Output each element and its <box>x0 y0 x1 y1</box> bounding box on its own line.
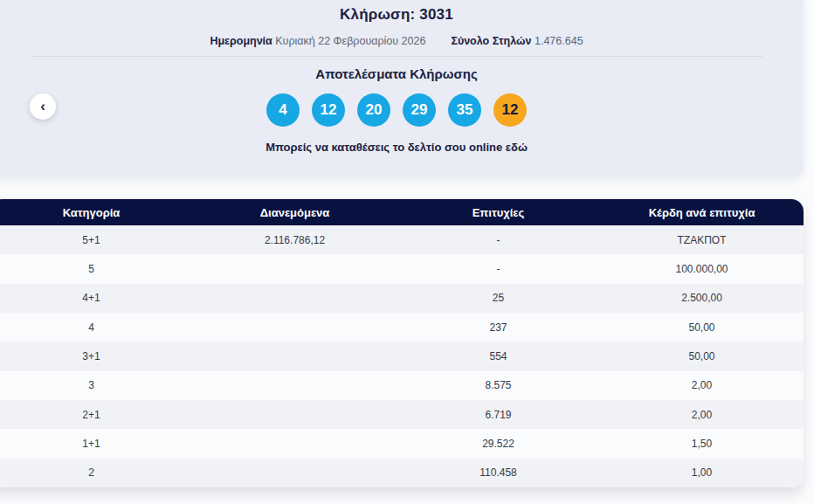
cell-winners: 29.522 <box>397 438 600 450</box>
cell-winners: 25 <box>397 292 600 304</box>
cell-winners: 6.719 <box>397 409 600 421</box>
joker-number-ball: 12 <box>493 93 527 127</box>
cell-distributed: 2.116.786,12 <box>193 234 397 246</box>
draw-results-card: Κλήρωση: 3031 Ημερομηνία Κυριακή 22 Φεβρ… <box>0 0 804 177</box>
cell-category: 5 <box>0 263 193 275</box>
draw-meta-row: Ημερομηνία Κυριακή 22 Φεβρουαρίου 2026 Σ… <box>0 35 804 47</box>
cell-winners: 8.575 <box>397 379 600 391</box>
cell-prize: 1,00 <box>600 466 804 479</box>
cell-winners: 554 <box>397 350 600 362</box>
table-row: 4 237 50,00 <box>0 313 804 342</box>
drawn-number-ball: 35 <box>448 93 481 127</box>
cell-category: 3+1 <box>0 350 193 362</box>
drawn-number-ball: 29 <box>403 93 436 127</box>
drawn-number-ball: 20 <box>357 93 390 127</box>
draw-title: Κλήρωση: 3031 <box>0 6 804 24</box>
table-row: 3 8.575 2,00 <box>0 371 804 400</box>
column-header-winners: Επιτυχίες <box>397 206 600 219</box>
drawn-number-ball: 4 <box>266 93 300 127</box>
cell-prize: ΤΖΑΚΠΟΤ <box>600 234 804 246</box>
cell-prize: 1,50 <box>600 438 804 450</box>
table-row: 2 110.458 1,00 <box>0 459 804 487</box>
prev-draw-button[interactable]: ‹ <box>30 93 56 120</box>
cell-prize: 100.000,00 <box>600 263 804 275</box>
cell-category: 5+1 <box>0 234 193 246</box>
table-header-row: Κατηγορία Διανεμόμενα Επιτυχίες Κέρδη αν… <box>0 199 804 225</box>
columns-total-label: Σύνολο Στηλών <box>451 35 531 47</box>
cell-prize: 2,00 <box>600 379 804 391</box>
table-row: 3+1 554 50,00 <box>0 342 804 370</box>
cell-prize: 2.500,00 <box>600 292 804 304</box>
cell-category: 4 <box>0 321 193 334</box>
cell-category: 3 <box>0 379 193 391</box>
winnings-table: Κατηγορία Διανεμόμενα Επιτυχίες Κέρδη αν… <box>0 199 804 487</box>
table-row: 5+1 2.116.786,12 - ΤΖΑΚΠΟΤ <box>0 225 804 254</box>
cell-winners: 110.458 <box>397 466 600 479</box>
column-header-prize: Κέρδη ανά επιτυχία <box>600 206 804 219</box>
table-row: 4+1 25 2.500,00 <box>0 284 804 313</box>
column-header-category: Κατηγορία <box>0 206 193 219</box>
columns-total-value: 1.476.645 <box>535 35 583 47</box>
cell-category: 1+1 <box>0 438 193 450</box>
table-row: 2+1 6.719 2,00 <box>0 400 804 429</box>
date-value: Κυριακή 22 Φεβρουαρίου 2026 <box>275 35 425 47</box>
drawn-number-ball: 12 <box>312 93 345 127</box>
chevron-left-icon: ‹ <box>40 99 45 114</box>
table-row: 1+1 29.522 1,50 <box>0 429 804 458</box>
column-header-distributed: Διανεμόμενα <box>193 206 397 219</box>
play-online-link[interactable]: Μπορείς να καταθέσεις το δελτίο σου onli… <box>0 141 804 154</box>
cell-winners: 237 <box>397 321 600 334</box>
cell-prize: 50,00 <box>600 321 804 334</box>
cell-winners: - <box>397 263 600 275</box>
table-row: 5 - 100.000,00 <box>0 254 804 283</box>
cell-category: 2 <box>0 466 193 479</box>
header-divider <box>31 56 762 57</box>
cell-category: 4+1 <box>0 292 193 304</box>
drawn-numbers-row: 4 12 20 29 35 12 <box>0 93 804 127</box>
cell-category: 2+1 <box>0 409 193 421</box>
cell-prize: 50,00 <box>600 350 804 362</box>
date-label: Ημερομηνία <box>210 35 272 47</box>
results-heading: Αποτελέσματα Κλήρωσης <box>0 66 804 81</box>
cell-prize: 2,00 <box>600 409 804 421</box>
cell-winners: - <box>397 234 600 246</box>
